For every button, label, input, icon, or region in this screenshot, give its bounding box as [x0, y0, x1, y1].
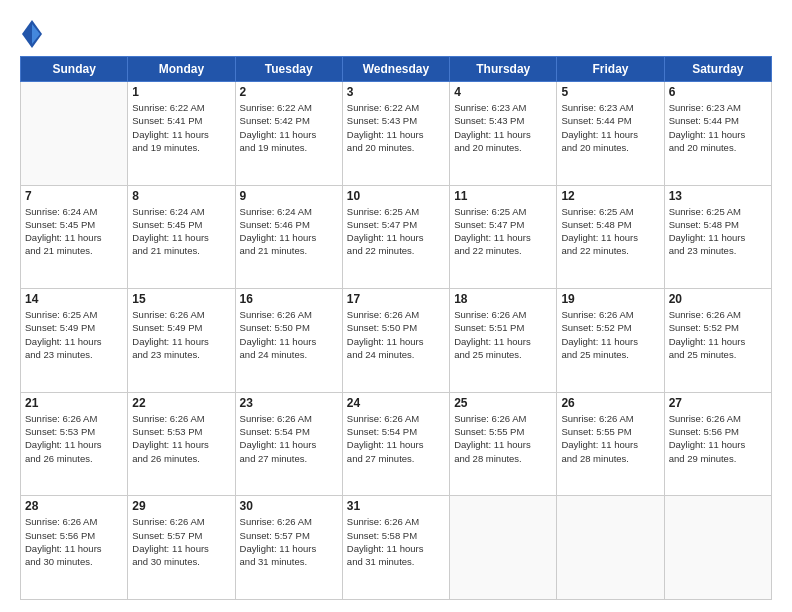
calendar-header-row: SundayMondayTuesdayWednesdayThursdayFrid…	[21, 57, 772, 82]
day-number: 27	[669, 396, 767, 410]
day-cell: 24Sunrise: 6:26 AM Sunset: 5:54 PM Dayli…	[342, 392, 449, 496]
day-info: Sunrise: 6:25 AM Sunset: 5:48 PM Dayligh…	[561, 205, 659, 258]
day-number: 3	[347, 85, 445, 99]
day-cell: 23Sunrise: 6:26 AM Sunset: 5:54 PM Dayli…	[235, 392, 342, 496]
col-header-wednesday: Wednesday	[342, 57, 449, 82]
day-cell: 13Sunrise: 6:25 AM Sunset: 5:48 PM Dayli…	[664, 185, 771, 289]
calendar: SundayMondayTuesdayWednesdayThursdayFrid…	[20, 56, 772, 600]
day-info: Sunrise: 6:25 AM Sunset: 5:48 PM Dayligh…	[669, 205, 767, 258]
day-info: Sunrise: 6:26 AM Sunset: 5:49 PM Dayligh…	[132, 308, 230, 361]
day-info: Sunrise: 6:22 AM Sunset: 5:42 PM Dayligh…	[240, 101, 338, 154]
day-number: 15	[132, 292, 230, 306]
day-number: 4	[454, 85, 552, 99]
week-row-2: 14Sunrise: 6:25 AM Sunset: 5:49 PM Dayli…	[21, 289, 772, 393]
day-number: 20	[669, 292, 767, 306]
day-number: 28	[25, 499, 123, 513]
day-number: 11	[454, 189, 552, 203]
day-info: Sunrise: 6:26 AM Sunset: 5:58 PM Dayligh…	[347, 515, 445, 568]
day-info: Sunrise: 6:26 AM Sunset: 5:57 PM Dayligh…	[132, 515, 230, 568]
week-row-3: 21Sunrise: 6:26 AM Sunset: 5:53 PM Dayli…	[21, 392, 772, 496]
day-cell: 7Sunrise: 6:24 AM Sunset: 5:45 PM Daylig…	[21, 185, 128, 289]
day-number: 9	[240, 189, 338, 203]
day-number: 8	[132, 189, 230, 203]
day-cell: 18Sunrise: 6:26 AM Sunset: 5:51 PM Dayli…	[450, 289, 557, 393]
day-info: Sunrise: 6:26 AM Sunset: 5:54 PM Dayligh…	[347, 412, 445, 465]
day-number: 18	[454, 292, 552, 306]
day-number: 25	[454, 396, 552, 410]
day-number: 7	[25, 189, 123, 203]
day-info: Sunrise: 6:23 AM Sunset: 5:44 PM Dayligh…	[669, 101, 767, 154]
day-info: Sunrise: 6:26 AM Sunset: 5:52 PM Dayligh…	[669, 308, 767, 361]
day-number: 5	[561, 85, 659, 99]
day-cell	[664, 496, 771, 600]
day-number: 24	[347, 396, 445, 410]
day-cell: 1Sunrise: 6:22 AM Sunset: 5:41 PM Daylig…	[128, 82, 235, 186]
day-info: Sunrise: 6:25 AM Sunset: 5:47 PM Dayligh…	[454, 205, 552, 258]
day-cell: 12Sunrise: 6:25 AM Sunset: 5:48 PM Dayli…	[557, 185, 664, 289]
day-cell: 27Sunrise: 6:26 AM Sunset: 5:56 PM Dayli…	[664, 392, 771, 496]
day-number: 16	[240, 292, 338, 306]
col-header-sunday: Sunday	[21, 57, 128, 82]
day-info: Sunrise: 6:23 AM Sunset: 5:43 PM Dayligh…	[454, 101, 552, 154]
day-number: 10	[347, 189, 445, 203]
day-cell	[21, 82, 128, 186]
day-info: Sunrise: 6:26 AM Sunset: 5:53 PM Dayligh…	[132, 412, 230, 465]
day-cell: 4Sunrise: 6:23 AM Sunset: 5:43 PM Daylig…	[450, 82, 557, 186]
day-info: Sunrise: 6:22 AM Sunset: 5:43 PM Dayligh…	[347, 101, 445, 154]
day-cell: 25Sunrise: 6:26 AM Sunset: 5:55 PM Dayli…	[450, 392, 557, 496]
header	[20, 16, 772, 48]
day-cell: 2Sunrise: 6:22 AM Sunset: 5:42 PM Daylig…	[235, 82, 342, 186]
day-number: 22	[132, 396, 230, 410]
day-number: 17	[347, 292, 445, 306]
day-info: Sunrise: 6:26 AM Sunset: 5:55 PM Dayligh…	[454, 412, 552, 465]
week-row-1: 7Sunrise: 6:24 AM Sunset: 5:45 PM Daylig…	[21, 185, 772, 289]
col-header-saturday: Saturday	[664, 57, 771, 82]
day-cell: 31Sunrise: 6:26 AM Sunset: 5:58 PM Dayli…	[342, 496, 449, 600]
day-cell: 20Sunrise: 6:26 AM Sunset: 5:52 PM Dayli…	[664, 289, 771, 393]
col-header-tuesday: Tuesday	[235, 57, 342, 82]
day-number: 13	[669, 189, 767, 203]
day-info: Sunrise: 6:26 AM Sunset: 5:56 PM Dayligh…	[669, 412, 767, 465]
page: SundayMondayTuesdayWednesdayThursdayFrid…	[0, 0, 792, 612]
day-info: Sunrise: 6:26 AM Sunset: 5:54 PM Dayligh…	[240, 412, 338, 465]
day-info: Sunrise: 6:26 AM Sunset: 5:52 PM Dayligh…	[561, 308, 659, 361]
day-info: Sunrise: 6:24 AM Sunset: 5:45 PM Dayligh…	[132, 205, 230, 258]
day-cell: 6Sunrise: 6:23 AM Sunset: 5:44 PM Daylig…	[664, 82, 771, 186]
day-number: 30	[240, 499, 338, 513]
day-number: 26	[561, 396, 659, 410]
day-cell	[450, 496, 557, 600]
day-cell: 5Sunrise: 6:23 AM Sunset: 5:44 PM Daylig…	[557, 82, 664, 186]
day-info: Sunrise: 6:26 AM Sunset: 5:55 PM Dayligh…	[561, 412, 659, 465]
col-header-friday: Friday	[557, 57, 664, 82]
day-cell: 10Sunrise: 6:25 AM Sunset: 5:47 PM Dayli…	[342, 185, 449, 289]
day-info: Sunrise: 6:24 AM Sunset: 5:46 PM Dayligh…	[240, 205, 338, 258]
day-number: 1	[132, 85, 230, 99]
day-cell: 29Sunrise: 6:26 AM Sunset: 5:57 PM Dayli…	[128, 496, 235, 600]
day-cell: 19Sunrise: 6:26 AM Sunset: 5:52 PM Dayli…	[557, 289, 664, 393]
day-cell: 15Sunrise: 6:26 AM Sunset: 5:49 PM Dayli…	[128, 289, 235, 393]
day-number: 6	[669, 85, 767, 99]
day-info: Sunrise: 6:26 AM Sunset: 5:53 PM Dayligh…	[25, 412, 123, 465]
day-cell: 30Sunrise: 6:26 AM Sunset: 5:57 PM Dayli…	[235, 496, 342, 600]
day-info: Sunrise: 6:22 AM Sunset: 5:41 PM Dayligh…	[132, 101, 230, 154]
week-row-4: 28Sunrise: 6:26 AM Sunset: 5:56 PM Dayli…	[21, 496, 772, 600]
day-number: 23	[240, 396, 338, 410]
logo	[20, 20, 42, 48]
day-number: 12	[561, 189, 659, 203]
day-info: Sunrise: 6:26 AM Sunset: 5:51 PM Dayligh…	[454, 308, 552, 361]
day-info: Sunrise: 6:23 AM Sunset: 5:44 PM Dayligh…	[561, 101, 659, 154]
day-cell: 11Sunrise: 6:25 AM Sunset: 5:47 PM Dayli…	[450, 185, 557, 289]
day-number: 29	[132, 499, 230, 513]
day-number: 2	[240, 85, 338, 99]
day-cell	[557, 496, 664, 600]
day-cell: 14Sunrise: 6:25 AM Sunset: 5:49 PM Dayli…	[21, 289, 128, 393]
day-cell: 26Sunrise: 6:26 AM Sunset: 5:55 PM Dayli…	[557, 392, 664, 496]
day-cell: 9Sunrise: 6:24 AM Sunset: 5:46 PM Daylig…	[235, 185, 342, 289]
col-header-thursday: Thursday	[450, 57, 557, 82]
day-number: 14	[25, 292, 123, 306]
day-info: Sunrise: 6:24 AM Sunset: 5:45 PM Dayligh…	[25, 205, 123, 258]
day-info: Sunrise: 6:25 AM Sunset: 5:47 PM Dayligh…	[347, 205, 445, 258]
day-cell: 28Sunrise: 6:26 AM Sunset: 5:56 PM Dayli…	[21, 496, 128, 600]
day-cell: 21Sunrise: 6:26 AM Sunset: 5:53 PM Dayli…	[21, 392, 128, 496]
col-header-monday: Monday	[128, 57, 235, 82]
